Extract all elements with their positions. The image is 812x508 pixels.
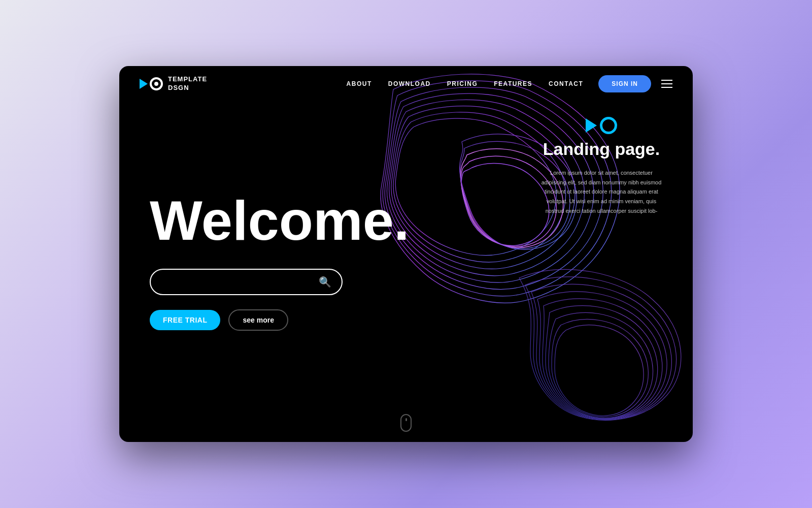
right-panel: Landing page. Lorem ipsum dolor sit amet… [540,117,662,215]
navbar: TEMPLATE DSGN ABOUT DOWNLOAD PRICING FEA… [119,66,693,102]
search-input[interactable] [161,277,319,287]
browser-window: TEMPLATE DSGN ABOUT DOWNLOAD PRICING FEA… [119,66,693,442]
brand-name: TEMPLATE DSGN [168,75,207,92]
nav-about[interactable]: ABOUT [347,80,372,87]
see-more-button[interactable]: see more [228,309,288,331]
landing-title: Landing page. [540,139,662,159]
logo-icon [140,77,163,90]
search-icon: 🔍 [319,276,331,288]
mouse-wheel [405,418,407,421]
logo-play-icon [140,79,148,89]
signin-button[interactable]: SIGN IN [598,75,651,92]
nav-links: ABOUT DOWNLOAD PRICING FEATURES CONTACT [347,80,584,87]
nav-features[interactable]: FEATURES [494,80,532,87]
hamburger-line-3 [661,87,672,88]
free-trial-button[interactable]: FREE TRIAL [150,310,220,330]
hamburger-line-2 [661,83,672,84]
right-logo [540,117,662,134]
right-circle-icon [600,117,617,134]
scroll-indicator [400,414,412,432]
search-bar[interactable]: 🔍 [150,269,343,295]
logo-circle-icon [150,77,163,90]
hamburger-menu[interactable] [661,80,672,88]
logo-dot-icon [154,82,158,86]
nav-contact[interactable]: CONTACT [549,80,583,87]
nav-download[interactable]: DOWNLOAD [388,80,431,87]
landing-description: Lorem ipsum dolor sit amet, consectetuer… [540,168,662,215]
nav-pricing[interactable]: PRICING [447,80,478,87]
logo-area: TEMPLATE DSGN [140,75,207,92]
hamburger-line-1 [661,80,672,81]
right-play-icon [586,118,597,133]
mouse-icon [400,414,412,432]
cta-buttons: FREE TRIAL see more [150,309,662,331]
